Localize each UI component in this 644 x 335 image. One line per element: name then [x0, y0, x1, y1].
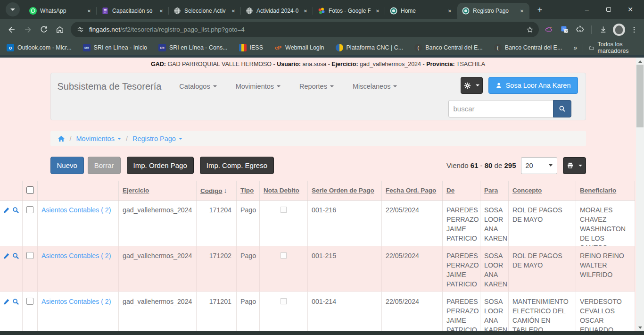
view-icon[interactable]	[12, 252, 19, 287]
minimize-button[interactable]: –	[576, 0, 598, 19]
url-text[interactable]: fingads.net/sf2/tesoreria/registro_pago_…	[89, 26, 523, 33]
print-order-button[interactable]: Imp. Orden Pago	[127, 157, 194, 174]
bookmark-5[interactable]: Plataforma CNC | C...	[336, 44, 404, 51]
header-cell-8[interactable]: Fecha Ord. Pago	[382, 181, 443, 200]
back-button[interactable]	[4, 22, 20, 38]
menu-movimientos[interactable]: Movimientos	[236, 83, 281, 90]
browser-tab-4[interactable]: Fotos - Google F✕	[313, 3, 385, 19]
scrollbar-thumb[interactable]	[636, 65, 644, 127]
all-bookmarks-button[interactable]: Todos los marcadores	[598, 41, 637, 54]
browser-tab-2[interactable]: Seleccione Activ✕	[169, 3, 241, 19]
bookmark-star-button[interactable]	[523, 23, 537, 37]
menu-miscelaneos[interactable]: Miscelaneos	[353, 83, 397, 90]
menu-catalogos[interactable]: Catalogos	[179, 83, 216, 90]
maximize-button[interactable]	[598, 0, 619, 19]
tab-close-icon[interactable]: ✕	[518, 7, 526, 15]
header-cell-5[interactable]: Tipo	[237, 181, 260, 200]
printer-icon	[567, 162, 574, 169]
asientos-contables-link[interactable]: Asientos Contables ( 2)	[41, 298, 111, 305]
tab-search-button[interactable]	[6, 2, 20, 17]
new-tab-button[interactable]: +	[533, 3, 546, 17]
select-all-checkbox[interactable]	[26, 186, 34, 194]
menu-reportes[interactable]: Reportes	[299, 83, 334, 90]
header-cell-10[interactable]: Para	[480, 181, 509, 200]
row-checkbox[interactable]	[26, 252, 33, 259]
header-cell-6[interactable]: Nota Debito	[260, 181, 308, 200]
breadcrumb-registro-pago[interactable]: Registro Pago	[132, 135, 182, 142]
browser-menu-button[interactable]	[628, 22, 640, 38]
home-button[interactable]	[52, 22, 68, 38]
browser-tab-1[interactable]: Capacitación so✕	[97, 3, 169, 19]
view-icon[interactable]	[12, 298, 19, 331]
header-cell-4[interactable]: Codigo↓	[197, 181, 237, 200]
scroll-down-arrow[interactable]	[636, 324, 644, 331]
tab-close-icon[interactable]: ✕	[446, 7, 454, 15]
profile-button[interactable]	[611, 22, 627, 38]
tab-close-icon[interactable]: ✕	[157, 7, 165, 15]
search-button[interactable]	[553, 100, 571, 117]
cloud-extension-icon	[545, 25, 553, 34]
bookmark-label: Outlook.com - Micr...	[17, 44, 72, 51]
printer-menu-button[interactable]	[563, 157, 586, 174]
asientos-contables-link[interactable]: Asientos Contables ( 2)	[41, 206, 111, 214]
bookmark-3[interactable]: IESS	[239, 44, 264, 51]
delete-button[interactable]: Borrar	[88, 157, 121, 174]
settings-button[interactable]	[461, 77, 483, 94]
bookmark-label: Banco Central del E...	[425, 44, 483, 51]
bookmark-6[interactable]: (Banco Central del E...	[414, 44, 483, 51]
tab-close-icon[interactable]: ✕	[374, 7, 381, 15]
tab-close-icon[interactable]: ✕	[302, 7, 309, 15]
header-cell-11[interactable]: Concepto	[509, 181, 576, 200]
cell-text: 171201	[209, 298, 231, 305]
browser-tab-5[interactable]: Home✕	[385, 3, 457, 19]
browser-tab-6[interactable]: Registro Pago✕	[457, 3, 529, 19]
user-account-button[interactable]: Sosa Loor Ana Karen	[488, 77, 578, 94]
browser-tab-3[interactable]: Actividad 2024-0✕	[241, 3, 313, 19]
translate-button[interactable]: G文	[557, 22, 571, 38]
bookmark-2[interactable]: SRISRI en Línea - Cons...	[158, 44, 228, 51]
page-size-select[interactable]: 20	[521, 157, 557, 174]
edit-icon[interactable]	[3, 298, 10, 331]
weather-extension-button[interactable]	[542, 22, 556, 38]
bookmark-1[interactable]: SRISRI en Línea - Inicio	[83, 44, 147, 51]
bookmark-4[interactable]: cPWebmail Login	[274, 44, 324, 51]
cell-text: 001-215	[312, 252, 336, 260]
home-icon[interactable]	[58, 135, 65, 142]
asientos-contables-link[interactable]: Asientos Contables ( 2)	[41, 252, 111, 260]
vertical-scrollbar[interactable]	[636, 58, 644, 331]
bookmark-0[interactable]: oOutlook.com - Micr...	[7, 44, 72, 51]
cell-para: SOSA LOOR ANA KAREN	[480, 292, 509, 331]
reload-button[interactable]	[36, 22, 52, 38]
edit-icon[interactable]	[3, 207, 10, 241]
bookmarks-overflow-button[interactable]: »	[573, 44, 577, 51]
browser-tab-0[interactable]: WhatsApp✕	[25, 3, 97, 19]
print-receipt-button[interactable]: Imp. Comp. Egreso	[200, 157, 274, 174]
table-row-1: Asientos Contables ( 2)gad_vallehermos_2…	[0, 246, 635, 292]
bookmark-7[interactable]: (Banco Central del E...	[494, 44, 562, 51]
downloads-button[interactable]	[596, 22, 610, 38]
tab-close-icon[interactable]: ✕	[230, 7, 237, 15]
row-checkbox[interactable]	[26, 298, 33, 305]
extensions-button[interactable]	[573, 22, 587, 38]
header-cell-12[interactable]: Beneficiario	[576, 181, 635, 200]
forward-button[interactable]	[20, 22, 36, 38]
puzzle-icon	[576, 25, 585, 34]
close-window-button[interactable]: ✕	[619, 0, 641, 19]
address-bar[interactable]: fingads.net/sf2/tesoreria/registro_pago_…	[71, 22, 539, 37]
window-bottom-edge	[0, 331, 644, 335]
header-cell-7[interactable]: Serie Orden de Pago	[308, 181, 382, 200]
header-cell-3[interactable]: Ejercicio	[119, 181, 197, 200]
search-input[interactable]	[448, 100, 553, 117]
edit-icon[interactable]	[3, 252, 10, 287]
new-button[interactable]: Nuevo	[50, 157, 84, 174]
cpanel-icon: cP	[274, 44, 282, 51]
row-checkbox[interactable]	[26, 206, 33, 213]
bookmark-label: Plataforma CNC | C...	[347, 44, 404, 51]
header-cell-9[interactable]: De	[443, 181, 480, 200]
bookmarks-divider	[583, 44, 583, 51]
view-icon[interactable]	[12, 207, 19, 241]
scroll-up-arrow[interactable]	[636, 58, 644, 65]
site-settings-icon[interactable]	[76, 25, 84, 34]
tab-close-icon[interactable]: ✕	[85, 7, 93, 15]
breadcrumb-movimientos[interactable]: Movimientos	[76, 135, 121, 142]
